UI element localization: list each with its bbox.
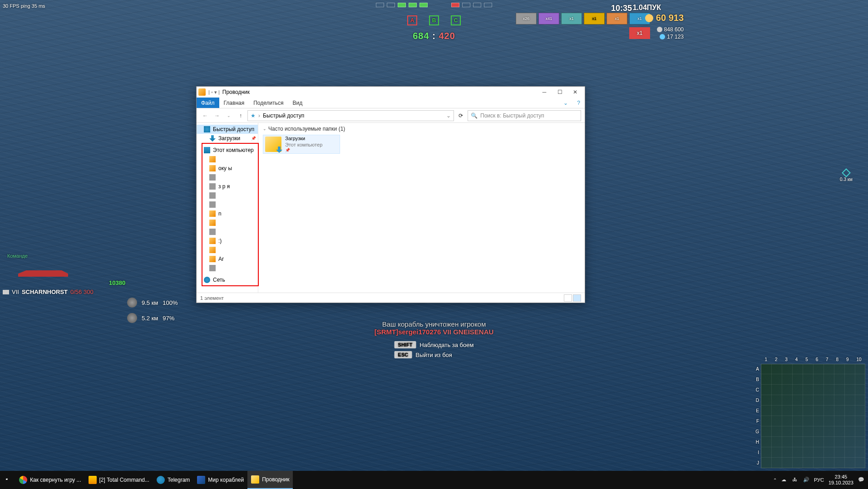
ship-icon — [462, 3, 470, 7]
ribbon: x41 — [538, 13, 559, 24]
ribbon-file[interactable]: Файл — [197, 98, 219, 108]
taskbar[interactable]: Как свернуть игру ...[2] Total Command..… — [0, 471, 868, 489]
addr-dropdown-icon[interactable]: ⌄ — [446, 112, 451, 119]
sidebar-item[interactable] — [197, 191, 258, 200]
sidebar-item[interactable] — [197, 200, 258, 209]
folder-icon — [209, 220, 216, 226]
sidebar-item[interactable]: з р я — [197, 182, 258, 191]
sidebar-quick-access[interactable]: Быстрый доступ — [197, 125, 258, 134]
taskbar-app[interactable]: [2] Total Command... — [85, 471, 153, 489]
wows-icon — [197, 476, 205, 484]
sidebar-item[interactable] — [197, 155, 258, 164]
search-icon: 🔍 — [471, 112, 478, 119]
ally-distance: 10380 — [109, 279, 125, 286]
network-icon[interactable]: 🖧 — [792, 477, 799, 483]
onedrive-icon[interactable]: ☁ — [781, 477, 788, 483]
start-button[interactable] — [0, 471, 15, 489]
tray-overflow-icon[interactable]: ⌃ — [773, 478, 777, 483]
windows-icon — [6, 478, 10, 482]
sidebar-item[interactable] — [197, 227, 258, 236]
cap-b: B — [429, 15, 439, 25]
search-input[interactable]: 🔍 Поиск в: Быстрый доступ — [468, 110, 581, 121]
view-details-button[interactable] — [564, 294, 572, 302]
sidebar-item[interactable]: n — [197, 209, 258, 218]
score-ally: 684 — [413, 31, 429, 41]
minimap[interactable] — [761, 364, 865, 468]
close-button[interactable]: ✕ — [567, 87, 583, 98]
turret-row-1: 9.5 км 100% — [127, 298, 178, 308]
refresh-button[interactable]: ⟳ — [456, 111, 466, 121]
ship-icon — [473, 3, 481, 7]
sidebar-item[interactable]: Ar — [197, 254, 258, 264]
turret-row-2: 5.2 км 97% — [127, 313, 174, 323]
nav-pane[interactable]: Быстрый доступ Загрузки📌 Этот компьютер … — [197, 123, 258, 293]
nav-bar: ← → ⌄ ↑ ★ › Быстрый доступ ⌄ ⟳ 🔍 Поиск в… — [197, 108, 585, 123]
battle-clock: 10:35 — [611, 4, 632, 13]
ribbon-share[interactable]: Поделиться — [249, 98, 288, 108]
address-bar[interactable]: ★ › Быстрый доступ ⌄ — [247, 110, 454, 121]
notifications-icon[interactable]: 💬 — [858, 477, 864, 483]
ribbon: x1 — [561, 13, 582, 24]
network-icon — [204, 277, 210, 283]
system-tray[interactable]: ⌃ ☁ 🖧 🔊 РУС 23:45 19.10.2023 💬 — [769, 474, 868, 486]
ribbon: x26 — [516, 13, 537, 24]
minimize-button[interactable]: ─ — [537, 87, 552, 98]
sidebar-item[interactable] — [197, 218, 258, 227]
help-icon[interactable]: ? — [572, 98, 585, 108]
sidebar-this-pc[interactable]: Этот компьютер — [197, 146, 258, 155]
taskbar-app[interactable]: Мир кораблей — [193, 471, 247, 489]
folder-icon — [209, 192, 216, 199]
sidebar-network[interactable]: Сеть — [197, 275, 258, 284]
view-tiles-button[interactable] — [573, 294, 581, 302]
marker-icon — [842, 168, 851, 177]
explorer-icon — [198, 88, 206, 96]
distance-marker: 0.3 км — [840, 170, 853, 182]
hud-top-row — [376, 3, 492, 7]
clock[interactable]: 23:45 19.10.2023 — [829, 474, 853, 486]
tile-name: Загрузки — [285, 136, 322, 142]
sidebar-item[interactable]: оку ы — [197, 164, 258, 173]
titlebar[interactable]: | ▫ ▾ | Проводник ─ ☐ ✕ — [197, 87, 585, 98]
ribbon-expand-icon[interactable]: ⌄ — [559, 98, 572, 108]
folder-icon — [209, 229, 216, 235]
ribbon: x1 — [584, 13, 605, 24]
flag-icon — [3, 290, 9, 294]
folder-tile-downloads[interactable]: Загрузки Этот компьютер 📌 — [263, 135, 340, 154]
sidebar-downloads[interactable]: Загрузки📌 — [197, 134, 258, 143]
ribbon-view[interactable]: Вид — [288, 98, 307, 108]
kill-message: Ваш корабль уничтожен игроком [SRMT]serg… — [375, 320, 494, 336]
chrome-icon — [19, 476, 27, 484]
tc-icon — [89, 476, 97, 484]
folder-icon — [209, 256, 216, 262]
ribbon: x1 — [607, 13, 627, 24]
folder-icon — [209, 183, 216, 190]
star-icon — [204, 126, 210, 132]
ship-icon — [419, 3, 428, 7]
fps-counter: 30 FPS ping 35 ms — [3, 3, 45, 9]
group-header[interactable]: ⌄Часто используемые папки (1) — [263, 126, 580, 132]
sidebar-item[interactable] — [197, 264, 258, 273]
back-button[interactable]: ← — [200, 111, 210, 121]
minimap-cols: 12345678910 — [761, 357, 865, 362]
ship-icon — [387, 3, 395, 7]
forward-button[interactable]: → — [212, 111, 222, 121]
tg-icon — [157, 476, 165, 484]
sidebar-item[interactable]: :) — [197, 236, 258, 245]
taskbar-app[interactable]: Как свернуть игру ... — [15, 471, 85, 489]
score: 684 : 420 — [413, 31, 455, 41]
folder-icon — [209, 210, 216, 217]
maximize-button[interactable]: ☐ — [552, 87, 567, 98]
pin-icon: 📌 — [285, 148, 322, 153]
sidebar-item[interactable] — [197, 245, 258, 254]
up-button[interactable]: ↑ — [236, 111, 246, 121]
sidebar-item[interactable] — [197, 173, 258, 182]
ribbon-home[interactable]: Главная — [219, 98, 249, 108]
taskbar-app[interactable]: Telegram — [153, 471, 193, 489]
silver-icon — [657, 27, 662, 32]
ship-icon — [376, 3, 384, 7]
taskbar-app[interactable]: Проводник — [247, 471, 293, 489]
recent-dropdown-icon[interactable]: ⌄ — [224, 111, 234, 121]
content-area[interactable]: ⌄Часто используемые папки (1) Загрузки Э… — [258, 123, 585, 293]
language-indicator[interactable]: РУС — [814, 477, 824, 483]
volume-icon[interactable]: 🔊 — [803, 477, 809, 483]
